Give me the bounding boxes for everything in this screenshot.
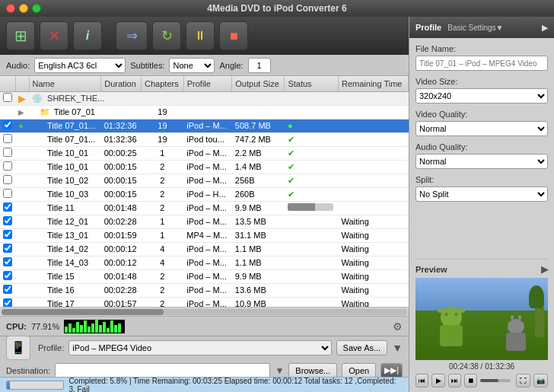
- minimize-button[interactable]: [19, 4, 28, 13]
- convert-button[interactable]: ▶▶|: [380, 363, 403, 378]
- file-table-container[interactable]: Name Duration Chapters Profile Output Si…: [0, 76, 409, 307]
- table-row[interactable]: Title 11 00:01:48 2 iPod – M... 9.9 MB: [0, 201, 409, 215]
- fullscreen-button[interactable]: ⛶: [516, 374, 530, 387]
- profile-select[interactable]: iPod – MPEG4 Video: [68, 340, 331, 355]
- table-row[interactable]: Title 10_03 00:00:15 2 iPod – H... 260B …: [0, 187, 409, 201]
- status-progress-bar: [6, 381, 64, 390]
- row-checkbox[interactable]: [3, 216, 12, 225]
- table-row[interactable]: Title 14_03 00:00:12 4 iPod – M... 1.1 M…: [0, 256, 409, 269]
- settings-icon[interactable]: ⚙: [393, 320, 403, 333]
- col-remaining[interactable]: Remaining Time: [339, 76, 409, 91]
- row-checkbox[interactable]: [3, 244, 12, 253]
- cell-output-size: 2.2 MB: [232, 146, 285, 160]
- cell-name: Title 13_01: [29, 228, 101, 242]
- table-row[interactable]: Title 12_01 00:02:28 1 iPod – M... 13.5 …: [0, 215, 409, 228]
- window-controls[interactable]: [6, 4, 41, 13]
- split-select[interactable]: No Split Split by Size Split by Time: [416, 186, 548, 202]
- close-button[interactable]: [6, 4, 15, 13]
- stop-button[interactable]: ⏹: [219, 21, 248, 50]
- row-checkbox[interactable]: [3, 93, 12, 102]
- info-button[interactable]: i: [73, 21, 102, 50]
- table-row[interactable]: Title 07_01... 01:32:36 19 iPod tou... 7…: [0, 132, 409, 146]
- table-row[interactable]: ▶ 📁 Title 07_01 19: [0, 105, 409, 119]
- table-body: ▶ 💿 SHREK_THE... ▶ 📁 Title 07_01: [0, 91, 409, 307]
- cell-chapters: 2: [142, 187, 184, 201]
- col-profile[interactable]: Profile: [183, 76, 232, 91]
- row-checkbox[interactable]: [3, 285, 12, 294]
- screenshot-button[interactable]: 📷: [533, 374, 548, 387]
- tab-profile[interactable]: Profile: [416, 23, 441, 32]
- col-duration[interactable]: Duration: [101, 76, 142, 91]
- table-row[interactable]: Title 14_02 00:00:12 4 iPod – M... 1.1 M…: [0, 242, 409, 256]
- browse-button[interactable]: Browse...: [288, 363, 337, 378]
- row-checkbox[interactable]: [3, 120, 12, 129]
- table-row[interactable]: Title 17 00:01:57 2 iPod – M... 10.9 MB …: [0, 297, 409, 307]
- audio-quality-select[interactable]: Normal Low High: [416, 154, 548, 169]
- angle-label: Angle:: [219, 61, 243, 70]
- row-checkbox[interactable]: [3, 189, 12, 198]
- row-checkbox[interactable]: [3, 298, 12, 307]
- save-dropdown-arrow[interactable]: ▼: [392, 342, 403, 354]
- remove-button[interactable]: ✕: [40, 21, 68, 50]
- row-checkbox[interactable]: [3, 148, 12, 157]
- cell-status: ✔: [285, 174, 339, 187]
- table-row[interactable]: ● Title 07_01... 01:32:36 19 iPod – M...…: [0, 119, 409, 132]
- save-as-button[interactable]: Save As...: [336, 340, 388, 355]
- destination-input[interactable]: /Users/Maggie/Movies: [55, 363, 270, 378]
- play-button[interactable]: ▶: [431, 374, 444, 387]
- col-status[interactable]: Status: [285, 76, 339, 91]
- progress-bar-fill: [7, 381, 10, 389]
- audio-select[interactable]: English AC3 6cl: [34, 58, 126, 73]
- cell-status: ✔: [285, 146, 339, 160]
- video-quality-select[interactable]: Normal Low High: [416, 121, 548, 136]
- row-checkbox[interactable]: [3, 257, 12, 266]
- destination-label: Destination:: [6, 366, 50, 375]
- right-arrow[interactable]: ▶: [542, 23, 548, 33]
- tab-basic-settings[interactable]: Basic Settings▼: [447, 24, 503, 32]
- next-frame-button[interactable]: ⏭: [448, 374, 461, 387]
- table-row[interactable]: ▶ 💿 SHREK_THE...: [0, 91, 409, 105]
- col-output-size[interactable]: Output Size: [232, 76, 285, 91]
- cell-chapters: 1: [142, 215, 184, 228]
- scrollbar-x[interactable]: [0, 307, 409, 316]
- maximize-button[interactable]: [32, 4, 41, 13]
- cell-name: Title 17: [29, 297, 101, 307]
- open-button[interactable]: Open: [342, 363, 376, 378]
- add-dvd-button[interactable]: ⊞: [6, 21, 35, 50]
- col-chapters[interactable]: Chapters: [142, 76, 184, 91]
- cell-status: [285, 297, 339, 307]
- ipod-icon: 📱: [6, 336, 30, 360]
- convert-to-button[interactable]: ⇒: [116, 21, 148, 50]
- refresh-button[interactable]: ↻: [152, 21, 181, 50]
- pause-button[interactable]: ⏸: [186, 21, 215, 50]
- table-row[interactable]: Title 13_01 00:01:59 1 MP4 – M... 31.1 M…: [0, 228, 409, 242]
- table-row[interactable]: Title 10_02 00:00:15 2 iPod – M... 256B …: [0, 174, 409, 187]
- table-row[interactable]: Title 10_01 00:00:15 2 iPod – M... 1.4 M…: [0, 160, 409, 174]
- col-name[interactable]: Name: [29, 76, 101, 91]
- video-size-select[interactable]: 320x240 640x480 176x144: [416, 88, 548, 104]
- file-name-input[interactable]: [416, 56, 548, 71]
- stop-preview-button[interactable]: ⏹: [464, 374, 477, 387]
- row-checkbox[interactable]: [3, 230, 12, 239]
- cell-output-size: 1.1 MB: [232, 242, 285, 256]
- cell-status: ✔: [285, 132, 339, 146]
- table-row[interactable]: Title 10_01 00:00:25 1 iPod – M... 2.2 M…: [0, 146, 409, 160]
- preview-expand-icon[interactable]: ▶: [541, 264, 548, 275]
- row-checkbox[interactable]: [3, 161, 12, 171]
- row-checkbox[interactable]: [3, 271, 12, 280]
- angle-input[interactable]: 1: [248, 58, 271, 73]
- prev-frame-button[interactable]: ⏮: [416, 374, 428, 387]
- table-row[interactable]: Title 15 00:01:48 2 iPod – M... 9.9 MB W…: [0, 269, 409, 283]
- status-dot: ●: [288, 121, 293, 130]
- col-status-icon: [15, 76, 29, 91]
- cell-chapters: 4: [142, 242, 184, 256]
- dest-dropdown-arrow[interactable]: ▼: [275, 365, 284, 376]
- row-checkbox[interactable]: [3, 134, 12, 143]
- row-checkbox[interactable]: [3, 175, 12, 184]
- cell-remaining: [339, 201, 409, 215]
- subtitles-select[interactable]: None: [169, 58, 215, 73]
- row-checkbox[interactable]: [3, 202, 12, 212]
- status-done-icon: ✔: [288, 162, 295, 171]
- table-row[interactable]: Title 16 00:02:28 2 iPod – M... 13.6 MB …: [0, 283, 409, 297]
- volume-slider[interactable]: [480, 379, 513, 382]
